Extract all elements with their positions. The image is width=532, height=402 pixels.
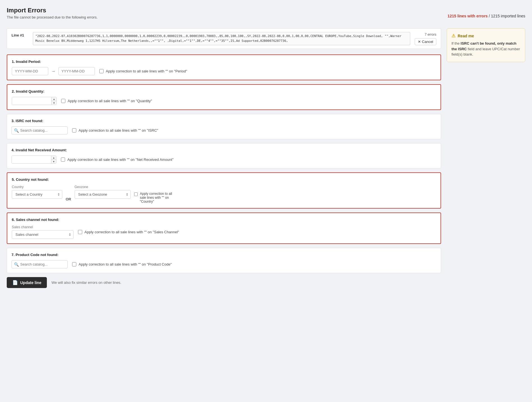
geozone-select-wrap: Select a Geozone ⇕ <box>75 190 131 199</box>
country-checkbox[interactable] <box>134 192 138 196</box>
line-code-block: Line #1 "2022-08,2022-07,A10302B00076287… <box>7 28 441 49</box>
quantity-input[interactable] <box>12 97 51 105</box>
error-section-product-code: 7. Product Code not found: 🔍 Apply corre… <box>7 248 441 273</box>
cancel-label: Cancel <box>422 40 433 44</box>
product-code-search-input[interactable] <box>12 260 68 268</box>
right-panel: ⚠ Read me If the ISRC can't be found, on… <box>447 28 525 62</box>
sales-channel-select[interactable]: Sales channel <box>12 230 74 239</box>
product-code-check-label: Apply correction to all sale lines with … <box>79 262 172 266</box>
read-me-bold: ISRC can't be found, only match the ISRC <box>451 41 516 51</box>
separator: / <box>489 14 491 18</box>
country-select-wrap: Select a Country ⇕ <box>12 190 62 199</box>
error-section-period: 1. Invalid Period: → Apply correction to… <box>7 54 441 80</box>
net-amount-input-wrap: ▴ ▾ <box>12 156 56 164</box>
error-title-period: 1. Invalid Period: <box>12 60 436 64</box>
geozone-field-label: Geozone <box>75 185 131 189</box>
read-me-title: Read me <box>458 34 474 38</box>
error-section-isrc: 3. ISRC not found: 🔍 Apply correction to… <box>7 114 441 139</box>
page-title: Import Errors <box>7 7 98 14</box>
quantity-decrement[interactable]: ▾ <box>52 101 56 105</box>
product-code-search-wrap: 🔍 <box>12 260 68 268</box>
errors-count: 1215 lines with errors <box>448 14 488 18</box>
imported-lines: 1215 imported lines <box>491 14 525 18</box>
country-check-label: Apply correction to all sale lines with … <box>140 192 173 204</box>
product-code-search-icon: 🔍 <box>14 262 19 267</box>
net-amount-checkbox[interactable] <box>61 157 65 162</box>
error-title-sales-channel: 6. Sales channel not found: <box>12 218 436 222</box>
isrc-search-icon: 🔍 <box>14 128 19 133</box>
code-text: "2022-08,2022-07,A10302B00076287736,1,1,… <box>33 32 410 45</box>
isrc-check-label: Apply correction to all sale lines with … <box>79 128 158 133</box>
quantity-input-wrap: ▴ ▾ <box>12 97 57 105</box>
sales-channel-apply-check[interactable]: Apply correction to all sale lines with … <box>78 230 179 234</box>
geozone-field-group: Geozone Select a Geozone ⇕ <box>75 185 131 199</box>
error-title-product-code: 7. Product Code not found: <box>12 253 436 257</box>
net-amount-increment[interactable]: ▴ <box>51 156 56 160</box>
error-summary: 1215 lines with errors / 1215 imported l… <box>448 14 525 18</box>
error-title-net-amount: 4. Invalid Net Received Amount: <box>12 148 436 152</box>
read-me-text: If the ISRC can't be found, only match t… <box>451 41 520 57</box>
error-section-net-amount: 4. Invalid Net Received Amount: ▴ ▾ Appl… <box>7 143 441 168</box>
error-title-quantity: 2. Invalid Quantity: <box>12 89 436 93</box>
country-field-label: Country <box>12 185 62 189</box>
country-field-group: Country Select a Country ⇕ <box>12 185 62 199</box>
country-apply-check[interactable]: Apply correction to all sale lines with … <box>134 192 173 204</box>
error-section-quantity: 2. Invalid Quantity: ▴ ▾ Apply correctio… <box>7 84 441 110</box>
update-note: We will also fix similar errors on other… <box>51 280 121 285</box>
isrc-search-wrap: 🔍 <box>12 126 68 134</box>
quantity-check-label: Apply correction to all sale lines with … <box>68 99 152 103</box>
sales-channel-wrap: Sales channel Sales channel ⇕ <box>12 225 74 239</box>
document-icon: 📄 <box>12 280 18 285</box>
date-from-input[interactable] <box>12 67 48 75</box>
period-apply-check[interactable]: Apply correction to all sale lines with … <box>99 69 187 73</box>
isrc-search-input[interactable] <box>12 126 68 134</box>
sales-channel-checkbox[interactable] <box>78 230 82 234</box>
net-amount-decrement[interactable]: ▾ <box>51 160 56 163</box>
product-code-checkbox[interactable] <box>72 262 76 266</box>
page-subtitle: The file cannot be processed due to the … <box>7 15 98 19</box>
quantity-increment[interactable]: ▴ <box>52 97 56 101</box>
error-section-sales-channel: 6. Sales channel not found: Sales channe… <box>7 213 441 244</box>
error-section-country: 5. Country not found: Country Select a C… <box>7 172 441 209</box>
update-line-label: Update line <box>20 280 41 285</box>
quantity-apply-check[interactable]: Apply correction to all sale lines with … <box>61 99 152 103</box>
update-line-button[interactable]: 📄 Update line <box>7 277 47 288</box>
date-to-input[interactable] <box>58 67 95 75</box>
arrow-right-icon: → <box>51 69 56 74</box>
errors-badge: 7 errors <box>425 33 436 36</box>
isrc-checkbox[interactable] <box>72 128 76 133</box>
sales-channel-field-label: Sales channel <box>12 225 74 229</box>
geozone-select[interactable]: Select a Geozone <box>75 190 131 199</box>
read-me-box: ⚠ Read me If the ISRC can't be found, on… <box>447 28 525 62</box>
period-checkbox[interactable] <box>99 69 104 73</box>
sales-channel-check-label: Apply correction to all sale lines with … <box>84 230 179 234</box>
line-label: Line #1 <box>12 32 28 37</box>
cancel-button[interactable]: ✕ Cancel <box>415 38 436 45</box>
date-input-group: → <box>12 67 95 75</box>
country-select[interactable]: Select a Country <box>12 190 62 199</box>
quantity-checkbox[interactable] <box>61 99 65 103</box>
isrc-apply-check[interactable]: Apply correction to all sale lines with … <box>72 128 158 133</box>
error-title-isrc: 3. ISRC not found: <box>12 119 436 123</box>
error-title-country: 5. Country not found: <box>12 177 436 182</box>
update-footer: 📄 Update line We will also fix similar e… <box>7 277 441 288</box>
product-code-apply-check[interactable]: Apply correction to all sale lines with … <box>72 262 172 266</box>
period-check-label: Apply correction to all sale lines with … <box>106 69 187 73</box>
warning-icon: ⚠ <box>451 33 455 38</box>
or-label: OR <box>66 197 71 201</box>
net-amount-apply-check[interactable]: Apply correction to all sale lines with … <box>61 157 173 162</box>
net-amount-input[interactable] <box>12 156 51 163</box>
net-amount-check-label: Apply correction to all sale lines with … <box>67 157 173 162</box>
cancel-x-icon: ✕ <box>418 40 421 44</box>
read-me-header: ⚠ Read me <box>451 33 520 38</box>
sales-channel-select-wrap: Sales channel ⇕ <box>12 230 74 239</box>
